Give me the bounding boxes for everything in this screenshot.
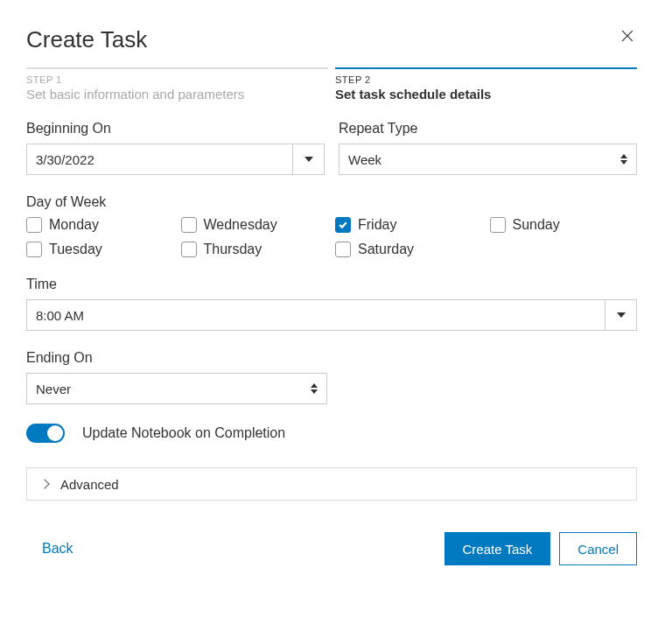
- step-2-desc: Set task schedule details: [335, 87, 637, 102]
- step-1-label: STEP 1: [26, 74, 328, 85]
- update-notebook-label: Update Notebook on Completion: [82, 425, 285, 441]
- checkbox-thursday[interactable]: Thursday: [181, 242, 329, 257]
- checkbox-label: Tuesday: [49, 242, 102, 257]
- checkbox-sunday[interactable]: Sunday: [490, 217, 638, 233]
- beginning-on-input[interactable]: [27, 144, 292, 174]
- checkbox-label: Saturday: [358, 242, 414, 257]
- step-2-label: STEP 2: [335, 74, 637, 85]
- checkbox-label: Wednesday: [204, 217, 277, 233]
- ending-on-value: Never: [36, 382, 71, 396]
- ending-on-label: Ending On: [26, 350, 637, 366]
- checkbox-wednesday[interactable]: Wednesday: [181, 217, 329, 233]
- dialog-title: Create Task: [26, 26, 147, 53]
- day-of-week-label: Day of Week: [26, 194, 637, 210]
- time-field[interactable]: [26, 299, 637, 331]
- repeat-type-select[interactable]: Week: [339, 144, 637, 175]
- beginning-on-field[interactable]: [26, 144, 325, 175]
- repeat-type-value: Week: [348, 152, 382, 167]
- checkbox-label: Sunday: [513, 217, 560, 233]
- stepper-icon: [620, 154, 627, 165]
- time-dropdown-icon[interactable]: [605, 300, 636, 330]
- step-1-desc: Set basic information and parameters: [26, 87, 328, 102]
- checkbox-label: Monday: [49, 217, 99, 233]
- checkbox-box: [181, 217, 197, 233]
- checkbox-label: Thursday: [204, 242, 262, 257]
- time-input[interactable]: [27, 300, 605, 330]
- close-icon: [619, 27, 636, 45]
- step-2[interactable]: STEP 2 Set task schedule details: [335, 67, 637, 102]
- checkbox-box: [26, 217, 42, 233]
- checkbox-box: [26, 242, 42, 257]
- checkbox-friday[interactable]: Friday: [335, 217, 483, 233]
- check-icon: [338, 220, 348, 230]
- toggle-knob: [47, 425, 63, 441]
- stepper-icon: [311, 383, 318, 394]
- checkbox-monday[interactable]: Monday: [26, 217, 174, 233]
- time-label: Time: [26, 277, 637, 292]
- repeat-type-label: Repeat Type: [339, 121, 637, 137]
- checkbox-box: [335, 242, 351, 257]
- checkbox-box: [335, 217, 351, 233]
- beginning-on-dropdown-icon[interactable]: [292, 144, 324, 174]
- checkbox-box: [490, 217, 506, 233]
- step-1[interactable]: STEP 1 Set basic information and paramet…: [26, 67, 328, 102]
- advanced-label: Advanced: [60, 477, 119, 492]
- ending-on-select[interactable]: Never: [26, 373, 327, 404]
- checkbox-tuesday[interactable]: Tuesday: [26, 242, 174, 257]
- checkbox-box: [181, 242, 197, 257]
- checkbox-label: Friday: [358, 217, 396, 233]
- beginning-on-label: Beginning On: [26, 121, 325, 137]
- create-task-button[interactable]: Create Task: [444, 532, 551, 565]
- checkbox-saturday[interactable]: Saturday: [335, 242, 483, 257]
- update-notebook-toggle[interactable]: [26, 424, 65, 443]
- back-button[interactable]: Back: [26, 541, 74, 557]
- cancel-button[interactable]: Cancel: [559, 532, 637, 565]
- close-button[interactable]: [618, 26, 637, 46]
- chevron-right-icon: [41, 480, 48, 487]
- advanced-section[interactable]: Advanced: [26, 467, 637, 501]
- stepper: STEP 1 Set basic information and paramet…: [26, 67, 637, 102]
